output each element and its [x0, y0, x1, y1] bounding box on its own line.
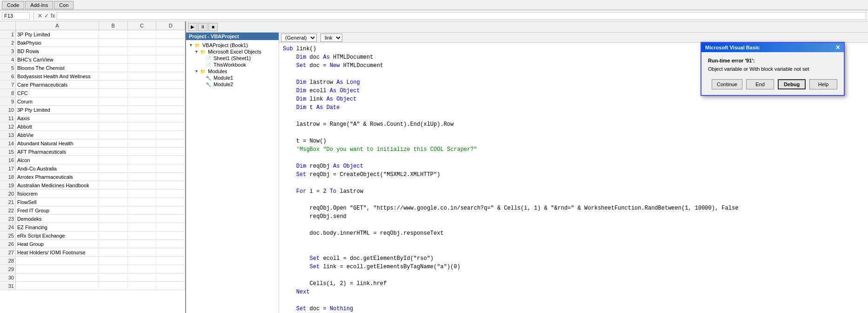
toolbar-btn-1[interactable]: ▶: [188, 23, 197, 31]
cell-a[interactable]: Abundant Natural Health: [16, 139, 99, 148]
cell-b[interactable]: [99, 55, 128, 64]
cell-a[interactable]: Fred IT Group: [16, 206, 99, 215]
table-row[interactable]: 30: [0, 273, 185, 282]
procedure-dropdown[interactable]: link: [320, 34, 342, 42]
cell-d[interactable]: [156, 231, 185, 240]
table-row[interactable]: 2BakPhysio: [0, 39, 185, 47]
cell-d[interactable]: [156, 148, 185, 156]
toolbar-btn-3[interactable]: ■: [208, 23, 218, 31]
cell-c[interactable]: [128, 173, 157, 181]
cell-b[interactable]: [99, 122, 128, 131]
cell-d[interactable]: [156, 240, 185, 248]
cell-b[interactable]: [99, 265, 128, 273]
cell-b[interactable]: [99, 198, 128, 206]
function-icon[interactable]: fx: [51, 13, 55, 19]
cell-a[interactable]: 3P Pty Limited: [16, 106, 99, 114]
cell-d[interactable]: [156, 122, 185, 131]
object-dropdown[interactable]: (General): [281, 34, 317, 42]
cell-d[interactable]: [156, 282, 185, 290]
cell-c[interactable]: [128, 206, 157, 215]
cell-d[interactable]: [156, 72, 185, 81]
table-row[interactable]: 31: [0, 282, 185, 290]
cell-d[interactable]: [156, 30, 185, 39]
cell-b[interactable]: [99, 81, 128, 89]
cell-b[interactable]: [99, 148, 128, 156]
cell-c[interactable]: [128, 64, 157, 72]
cell-a[interactable]: 3P Pty Limited: [16, 30, 99, 39]
cell-b[interactable]: [99, 206, 128, 215]
cell-c[interactable]: [128, 231, 157, 240]
cell-b[interactable]: [99, 47, 128, 55]
cell-a[interactable]: Arrotex Pharmaceuticals: [16, 173, 99, 181]
dialog-close-button[interactable]: ✕: [835, 44, 840, 51]
cell-d[interactable]: [156, 248, 185, 257]
cell-d[interactable]: [156, 139, 185, 148]
toolbar-btn-2[interactable]: ⏸: [198, 23, 207, 31]
table-row[interactable]: 21FlowSell: [0, 198, 185, 206]
dialog-btn-debug[interactable]: Debug: [778, 79, 806, 89]
cell-a[interactable]: Demodeks: [16, 215, 99, 223]
cell-b[interactable]: [99, 114, 128, 122]
cell-d[interactable]: [156, 114, 185, 122]
cell-c[interactable]: [128, 148, 157, 156]
cell-c[interactable]: [128, 215, 157, 223]
cell-c[interactable]: [128, 190, 157, 198]
dialog-btn-end[interactable]: End: [746, 79, 774, 89]
cell-b[interactable]: [99, 181, 128, 190]
cell-c[interactable]: [128, 39, 157, 47]
table-row[interactable]: 28: [0, 257, 185, 265]
tree-item[interactable]: 🔧Module1: [188, 75, 277, 81]
cell-c[interactable]: [128, 122, 157, 131]
cell-c[interactable]: [128, 47, 157, 55]
table-row[interactable]: 6Bodyassist Health And Wellness: [0, 72, 185, 81]
table-row[interactable]: 26Heat Group: [0, 240, 185, 248]
cell-d[interactable]: [156, 64, 185, 72]
table-row[interactable]: 5Blooms The Chemist: [0, 64, 185, 72]
cell-d[interactable]: [156, 106, 185, 114]
cell-b[interactable]: [99, 97, 128, 106]
cell-d[interactable]: [156, 265, 185, 273]
table-row[interactable]: 13P Pty Limited: [0, 30, 185, 39]
table-row[interactable]: 22Fred IT Group: [0, 206, 185, 215]
table-row[interactable]: 20fisiocrem: [0, 190, 185, 198]
cancel-icon[interactable]: ✕: [38, 13, 42, 19]
cell-b[interactable]: [99, 273, 128, 282]
cell-c[interactable]: [128, 131, 157, 139]
table-row[interactable]: 9Corum: [0, 97, 185, 106]
cell-a[interactable]: AFT Pharmaceuticals: [16, 148, 99, 156]
cell-a[interactable]: fisiocrem: [16, 190, 99, 198]
cell-d[interactable]: [156, 164, 185, 173]
cell-b[interactable]: [99, 231, 128, 240]
cell-c[interactable]: [128, 114, 157, 122]
cell-b[interactable]: [99, 64, 128, 72]
confirm-icon[interactable]: ✓: [44, 13, 49, 19]
cell-reference-input[interactable]: [2, 12, 30, 20]
cell-a[interactable]: FlowSell: [16, 198, 99, 206]
cell-a[interactable]: Bodyassist Health And Wellness: [16, 72, 99, 81]
dialog-btn-continue[interactable]: Continue: [712, 79, 742, 89]
cell-b[interactable]: [99, 173, 128, 181]
cell-c[interactable]: [128, 156, 157, 164]
tab-code[interactable]: Code: [2, 1, 24, 9]
cell-b[interactable]: [99, 248, 128, 257]
cell-b[interactable]: [99, 156, 128, 164]
cell-d[interactable]: [156, 257, 185, 265]
cell-c[interactable]: [128, 248, 157, 257]
table-row[interactable]: 27Heat Holders/ IOMI Footnurse: [0, 248, 185, 257]
tree-item[interactable]: ▼📁Modules: [188, 68, 277, 75]
cell-a[interactable]: Corum: [16, 97, 99, 106]
cell-c[interactable]: [128, 198, 157, 206]
cell-c[interactable]: [128, 273, 157, 282]
table-row[interactable]: 17Andi-Co Australia: [0, 164, 185, 173]
tree-item[interactable]: ▼📁Microsoft Excel Objects: [188, 48, 277, 55]
cell-b[interactable]: [99, 30, 128, 39]
cell-d[interactable]: [156, 97, 185, 106]
tree-item[interactable]: ▼📁VBAProject (Book1): [188, 42, 277, 48]
table-row[interactable]: 29: [0, 265, 185, 273]
table-row[interactable]: 8CFC: [0, 89, 185, 97]
table-row[interactable]: 15AFT Pharmaceuticals: [0, 148, 185, 156]
cell-d[interactable]: [156, 156, 185, 164]
cell-c[interactable]: [128, 240, 157, 248]
cell-a[interactable]: BD Rowa: [16, 47, 99, 55]
cell-b[interactable]: [99, 139, 128, 148]
